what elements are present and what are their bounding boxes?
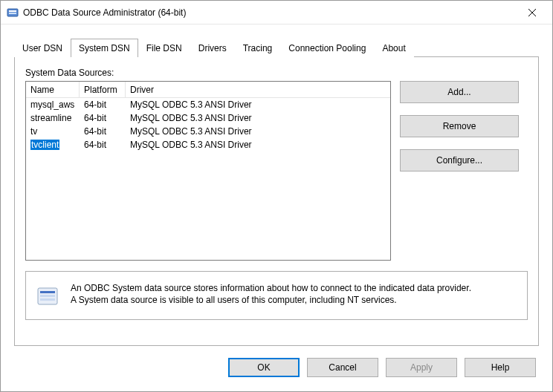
dsn-name: streamline	[26, 113, 80, 123]
section-label: System Data Sources:	[25, 68, 528, 78]
svg-rect-2	[9, 13, 16, 14]
dsn-row[interactable]: mysql_aws64-bitMySQL ODBC 5.3 ANSI Drive…	[26, 98, 390, 111]
dsn-driver: MySQL ODBC 5.3 ANSI Driver	[126, 140, 390, 150]
dsn-name: mysql_aws	[26, 99, 80, 110]
tab-about[interactable]: About	[374, 39, 413, 57]
dsn-driver: MySQL ODBC 5.3 ANSI Driver	[126, 113, 390, 123]
configure-button[interactable]: Configure...	[400, 149, 519, 172]
dsn-driver: MySQL ODBC 5.3 ANSI Driver	[126, 126, 390, 137]
dsn-platform: 64-bit	[80, 140, 126, 150]
add-button[interactable]: Add...	[400, 81, 519, 103]
remove-button[interactable]: Remove	[400, 115, 519, 137]
dsn-name: tv	[26, 126, 80, 137]
help-button[interactable]: Help	[465, 358, 536, 377]
svg-rect-8	[40, 298, 55, 301]
tab-page-system-dsn: System Data Sources: Name Platform Drive…	[14, 56, 539, 346]
col-header-platform[interactable]: Platform	[80, 82, 126, 97]
window-title: ODBC Data Source Administrator (64-bit)	[23, 7, 515, 18]
dsn-name: tvclient	[26, 140, 80, 150]
ok-button[interactable]: OK	[228, 358, 300, 377]
tab-connection-pooling[interactable]: Connection Pooling	[280, 39, 374, 57]
svg-rect-6	[40, 291, 55, 293]
dsn-row[interactable]: streamline64-bitMySQL ODBC 5.3 ANSI Driv…	[26, 111, 390, 125]
tab-drivers[interactable]: Drivers	[190, 39, 235, 57]
odbc-app-icon	[7, 7, 19, 19]
dsn-platform: 64-bit	[80, 99, 126, 110]
dsn-platform: 64-bit	[80, 113, 126, 123]
tab-file-dsn[interactable]: File DSN	[138, 39, 190, 57]
dsn-row[interactable]: tvclient64-bitMySQL ODBC 5.3 ANSI Driver	[26, 138, 390, 151]
dialog-button-row: OK Cancel Apply Help	[1, 346, 552, 392]
col-header-driver[interactable]: Driver	[126, 82, 390, 97]
dialog-window: ODBC Data Source Administrator (64-bit) …	[0, 0, 553, 392]
tab-tracing[interactable]: Tracing	[235, 39, 281, 57]
tab-system-dsn[interactable]: System DSN	[71, 39, 138, 57]
apply-button[interactable]: Apply	[386, 358, 457, 377]
dsn-platform: 64-bit	[80, 126, 126, 137]
dsn-row[interactable]: tv64-bitMySQL ODBC 5.3 ANSI Driver	[26, 125, 390, 138]
cancel-button[interactable]: Cancel	[307, 358, 378, 377]
dsn-driver: MySQL ODBC 5.3 ANSI Driver	[126, 99, 390, 110]
col-header-name[interactable]: Name	[26, 82, 80, 97]
info-panel: An ODBC System data source stores inform…	[25, 271, 528, 320]
svg-rect-7	[40, 295, 55, 297]
tab-user-dsn[interactable]: User DSN	[14, 39, 71, 57]
svg-rect-1	[9, 10, 16, 12]
info-text: An ODBC System data source stores inform…	[71, 282, 471, 306]
datasource-icon	[35, 284, 60, 309]
dsn-list-header[interactable]: Name Platform Driver	[26, 82, 390, 98]
titlebar: ODBC Data Source Administrator (64-bit)	[1, 1, 552, 24]
dsn-list[interactable]: Name Platform Driver mysql_aws64-bitMySQ…	[25, 81, 391, 261]
close-button[interactable]	[515, 1, 549, 24]
